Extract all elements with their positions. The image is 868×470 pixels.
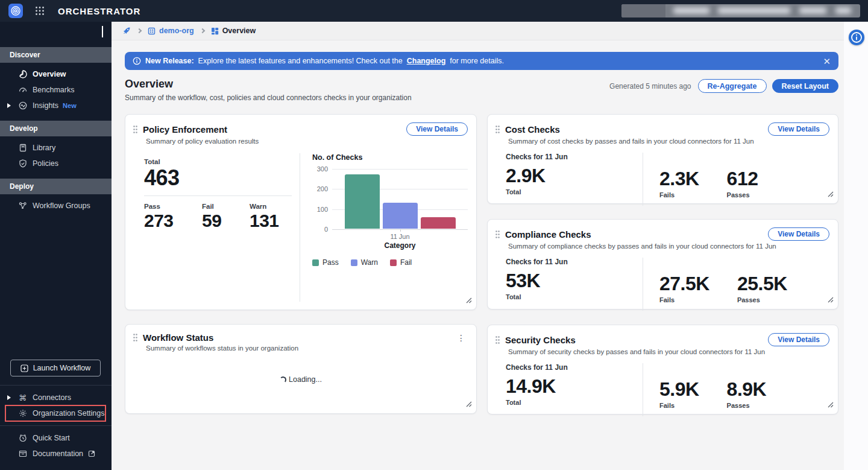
sidebar-item-connectors[interactable]: ⌘ Connectors [0, 390, 112, 405]
banner-text: Explore the latest features and enhancem… [198, 57, 403, 65]
sidebar-item-benchmarks[interactable]: Benchmarks [0, 82, 112, 98]
product-title: ORCHESTRATOR [58, 6, 140, 16]
changelog-link[interactable]: Changelog [407, 57, 446, 65]
reset-layout-button[interactable]: Reset Layout [772, 79, 839, 93]
shield-check-icon [18, 159, 27, 168]
drag-handle-icon[interactable] [495, 335, 500, 345]
bar-fail[interactable] [421, 217, 456, 229]
app-logo-icon[interactable] [8, 4, 23, 18]
drag-handle-icon[interactable] [133, 125, 138, 134]
breadcrumb-org[interactable]: demo-org [148, 27, 194, 35]
fails-label: Fails [659, 402, 699, 409]
banner-close-button[interactable]: ✕ [823, 57, 831, 66]
period-label: Checks for 11 Jun [506, 153, 643, 161]
loading-text: Loading... [289, 375, 322, 384]
sidebar-item-documentation[interactable]: Documentation [0, 446, 112, 462]
total-label: Total [506, 399, 643, 406]
passes-value: 612 [727, 168, 758, 189]
page-title: Overview [125, 78, 412, 91]
card-subtitle: Summary of compliance checks by passes a… [488, 241, 838, 250]
policy-view-details-button[interactable]: View Details [406, 122, 468, 136]
card-title: Security Checks [505, 335, 576, 345]
pass-label: Pass [144, 203, 202, 210]
legend-swatch-pass [312, 259, 319, 266]
drag-handle-icon[interactable] [133, 333, 138, 342]
chart-title: No. of Checks [312, 153, 468, 162]
sidebar-item-insights[interactable]: Insights New [0, 98, 112, 113]
scroll-gutter [844, 22, 868, 470]
card-subtitle: Summary of security checks by passes and… [488, 346, 838, 355]
sidebar-item-policies[interactable]: Policies [0, 156, 112, 171]
dashboard-icon [211, 27, 219, 35]
breadcrumb-separator-icon [137, 28, 142, 33]
security-view-details-button[interactable]: View Details [768, 333, 829, 346]
passes-value: 25.5K [737, 273, 787, 294]
chart-legend: Pass Warn Fail [312, 258, 468, 267]
command-icon: ⌘ [18, 393, 27, 402]
main-area: demo-org Overview New Release: Explore t… [112, 22, 868, 470]
breadcrumb: demo-org Overview [112, 22, 868, 40]
launch-workflow-button[interactable]: Launch Workflow [10, 360, 101, 376]
pass-value: 273 [144, 210, 202, 232]
sidebar: Discover Overview Benchmarks Insights Ne… [0, 22, 112, 470]
compliance-view-details-button[interactable]: View Details [768, 227, 829, 241]
help-fab-button[interactable] [849, 30, 864, 45]
legend-swatch-warn [351, 259, 357, 266]
plus-icon [20, 364, 28, 372]
card-title: Compliance Checks [505, 229, 591, 240]
card-title: Policy Enforcement [143, 124, 227, 135]
app-switcher-icon[interactable] [35, 6, 45, 16]
loading-spinner-icon [280, 376, 286, 383]
gauge-icon [18, 86, 27, 95]
sidebar-item-quick-start[interactable]: Quick Start [0, 430, 112, 446]
bar-warn[interactable] [383, 203, 418, 229]
breadcrumb-home[interactable] [122, 27, 131, 35]
page-subtitle: Summary of the workflow, cost, policies … [125, 94, 412, 102]
passes-label: Passes [727, 191, 758, 198]
fails-label: Fails [659, 191, 699, 198]
fails-value: 2.3K [659, 168, 699, 189]
total-label: Total [506, 293, 643, 300]
resize-handle-icon[interactable] [828, 189, 834, 200]
organization-icon [148, 27, 156, 35]
security-checks-card: Security Checks View Details Summary of … [487, 325, 838, 414]
resize-handle-icon[interactable] [466, 399, 472, 410]
reaggregate-button[interactable]: Re-Aggregate [698, 79, 767, 93]
card-subtitle: Summary of policy evaluation results [125, 136, 476, 145]
resize-handle-icon[interactable] [466, 295, 472, 306]
policy-bar-chart: No. of Checks 300 200 100 0 [300, 153, 476, 302]
card-menu-button[interactable]: ⋮ [454, 334, 468, 342]
sidebar-item-workflow-groups[interactable]: Workflow Groups [0, 198, 112, 214]
expand-caret-icon[interactable] [7, 103, 11, 108]
resize-handle-icon[interactable] [828, 294, 834, 305]
redacted-account-info [621, 4, 860, 17]
fail-label: Fail [202, 203, 250, 210]
period-label: Checks for 11 Jun [506, 363, 643, 372]
sidebar-collapse-icon[interactable] [102, 26, 103, 37]
pulse-icon [18, 101, 27, 110]
resize-handle-icon[interactable] [828, 399, 834, 410]
sidebar-item-organization-settings[interactable]: Organization Settings [0, 405, 112, 421]
expand-caret-icon[interactable] [7, 395, 11, 400]
bar-pass[interactable] [345, 174, 380, 229]
breadcrumb-current-page: Overview [211, 27, 256, 35]
total-value: 14.9K [506, 376, 643, 397]
rocket-icon [122, 27, 131, 35]
breadcrumb-separator-icon [200, 28, 204, 33]
passes-label: Passes [727, 402, 767, 409]
total-label: Total [144, 158, 292, 165]
fails-value: 27.5K [659, 273, 709, 294]
sidebar-item-library[interactable]: Library [0, 140, 112, 156]
drag-handle-icon[interactable] [495, 230, 500, 239]
banner-title: New Release: [145, 57, 194, 65]
total-value: 53K [506, 270, 643, 291]
warn-label: Warn [250, 203, 279, 210]
card-subtitle: Summary of cost checks by passes and fai… [488, 136, 838, 145]
cost-checks-card: Cost Checks View Details Summary of cost… [487, 114, 838, 204]
archive-icon [18, 449, 27, 459]
drag-handle-icon[interactable] [495, 125, 500, 134]
card-subtitle: Summary of workflows status in your orga… [125, 343, 476, 352]
sidebar-item-overview[interactable]: Overview [0, 66, 112, 82]
cost-view-details-button[interactable]: View Details [768, 122, 829, 136]
sidebar-section-deploy: Deploy [0, 179, 112, 194]
